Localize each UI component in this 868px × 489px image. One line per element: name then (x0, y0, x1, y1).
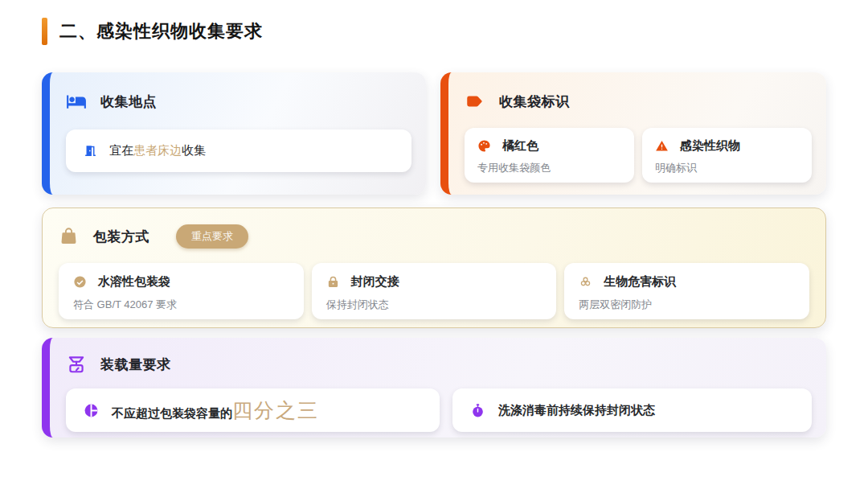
page-title: 二、感染性织物收集要求 (59, 19, 263, 43)
bag-label-item-color: 橘红色 专用收集袋颜色 (465, 128, 634, 183)
palette-icon (477, 139, 491, 153)
bag-label-item-desc: 专用收集袋颜色 (477, 161, 621, 175)
shopping-bag-icon (59, 226, 80, 247)
scale-icon (66, 354, 87, 375)
card-collection-location: 收集地点 宜在患者床边收集 (42, 72, 426, 195)
bed-icon (66, 91, 87, 112)
load-item-keep-sealed: 洗涤消毒前持续保持封闭状态 (452, 388, 812, 432)
location-highlight: 患者床边 (133, 143, 182, 157)
card-load-title: 装载量要求 (100, 355, 171, 374)
card-packaging-title: 包装方式 (93, 228, 149, 246)
card-packaging: 包装方式 重点要求 水溶性包装袋 符合 GB/T 42067 要求 封闭交接 (42, 208, 826, 328)
packaging-item-title: 封闭交接 (351, 274, 399, 290)
bag-label-item-desc: 明确标识 (655, 161, 799, 175)
packaging-item-biohazard-label: 生物危害标识 两层双密闭防护 (564, 263, 809, 319)
packaging-item-sealed-handover: 封闭交接 保持封闭状态 (312, 263, 557, 319)
location-item: 宜在患者床边收集 (66, 129, 411, 172)
packaging-item-desc: 符合 GB/T 42067 要求 (73, 298, 289, 312)
card-bag-label-header: 收集袋标识 (465, 91, 812, 112)
location-text: 宜在患者床边收集 (109, 143, 206, 158)
slide: 二、感染性织物收集要求 收集地点 宜在患者床边收集 收集袋标识 (0, 0, 868, 489)
check-circle-icon (73, 275, 87, 289)
card-bag-label: 收集袋标识 橘红色 专用收集袋颜色 感染性织物 明确标 (440, 72, 826, 195)
warning-icon (655, 139, 669, 153)
tag-icon (465, 91, 485, 112)
title-accent-bar (42, 18, 47, 45)
load-sealed-text: 洗涤消毒前持续保持封闭状态 (498, 403, 655, 418)
packaging-item-title: 水溶性包装袋 (98, 274, 170, 290)
page-header: 二、感染性织物收集要求 (42, 18, 263, 45)
bag-label-item-infectious: 感染性织物 明确标识 (642, 128, 812, 183)
load-capacity-text: 不应超过包装袋容量的四分之三 (112, 397, 319, 424)
pie-chart-icon (84, 403, 99, 418)
bag-label-item-title: 感染性织物 (680, 138, 740, 154)
card-bag-label-title: 收集袋标识 (499, 92, 570, 111)
card-load-header: 装载量要求 (66, 354, 812, 375)
packaging-item-desc: 两层双密闭防护 (579, 298, 795, 312)
card-location-title: 收集地点 (100, 92, 157, 111)
packaging-item-desc: 保持封闭状态 (326, 298, 542, 312)
card-load-requirement: 装载量要求 不应超过包装袋容量的四分之三 洗涤消毒前持续保持封闭状态 (42, 338, 826, 438)
card-location-header: 收集地点 (66, 91, 411, 112)
packaging-item-soluble-bag: 水溶性包装袋 符合 GB/T 42067 要求 (59, 263, 304, 319)
packaging-item-title: 生物危害标识 (604, 274, 676, 290)
load-item-capacity: 不应超过包装袋容量的四分之三 (66, 388, 440, 432)
door-icon (84, 144, 97, 158)
card-packaging-header: 包装方式 重点要求 (59, 224, 809, 249)
three-quarters-highlight: 四分之三 (232, 399, 319, 421)
bag-label-item-title: 橘红色 (502, 138, 538, 154)
key-requirement-badge: 重点要求 (176, 224, 248, 249)
stopwatch-icon (470, 403, 485, 418)
biohazard-icon (579, 275, 592, 289)
lock-icon (326, 275, 340, 289)
